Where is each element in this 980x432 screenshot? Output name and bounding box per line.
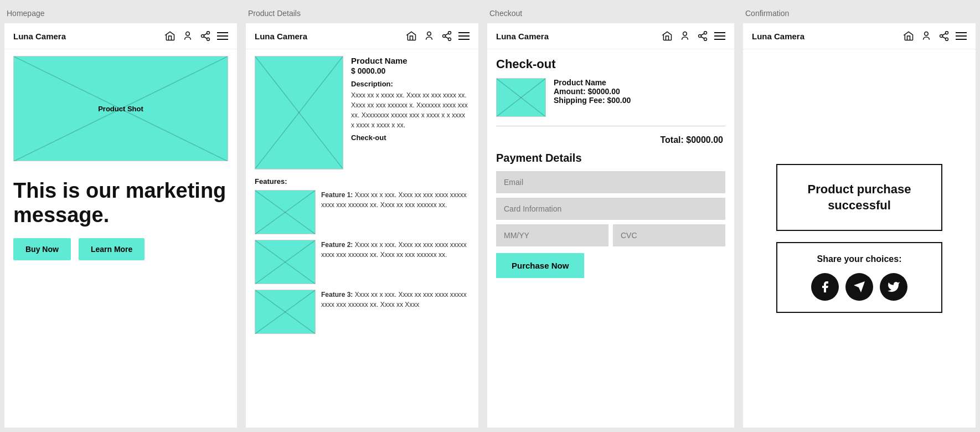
- payment-row: [496, 224, 725, 246]
- checkout-link[interactable]: Check-out: [351, 133, 470, 142]
- feature-item-1: Feature 1: Xxxx xx x xxx. Xxxx xx xxx xx…: [255, 190, 470, 234]
- checkout-label: Checkout: [487, 9, 734, 18]
- hamburger-icon[interactable]: [217, 32, 228, 40]
- home-icon-4[interactable]: [902, 30, 915, 42]
- svg-line-5: [204, 33, 207, 35]
- hamburger-icon-2[interactable]: [458, 32, 470, 40]
- confirmation-content: Product purchase successful Share your c…: [743, 49, 976, 428]
- facebook-icon: [818, 280, 832, 294]
- user-icon-2[interactable]: [423, 30, 435, 42]
- share-icon[interactable]: [199, 30, 212, 42]
- features-section: Features: Feature 1: Xxxx xx x xxx. Xxxx…: [255, 177, 470, 340]
- checkout-nav-icons: [661, 30, 725, 42]
- confirmation-wrapper: Confirmation Luna Camera: [739, 0, 980, 432]
- confirmation-nav: Luna Camera: [743, 23, 976, 49]
- facebook-share-button[interactable]: [811, 273, 839, 301]
- checkout-product-row: Product Name Amount: $0000.00 Shipping F…: [496, 78, 725, 117]
- telegram-share-button[interactable]: [845, 273, 873, 301]
- svg-line-12: [445, 37, 448, 38]
- cvc-field[interactable]: [613, 224, 725, 246]
- checkout-product-image: [496, 78, 546, 117]
- hamburger-icon-3[interactable]: [714, 32, 725, 40]
- product-main-image: [255, 56, 343, 169]
- product-logo: Luna Camera: [255, 32, 307, 41]
- payment-form: Purchase Now: [496, 171, 725, 278]
- success-box: Product purchase successful: [776, 164, 942, 231]
- purchase-now-button[interactable]: Purchase Now: [496, 253, 584, 278]
- share-icon-2[interactable]: [441, 30, 453, 42]
- checkout-content: Check-out Product Name Amount: $0000.00 …: [487, 49, 734, 428]
- svg-point-30: [925, 32, 929, 36]
- feature-text-3: Feature 3: Xxxx xx x xxx. Xxxx xx xxx xx…: [321, 290, 470, 334]
- home-icon[interactable]: [164, 30, 176, 42]
- confirmation-nav-icons: [902, 30, 967, 42]
- checkout-product-name: Product Name: [554, 78, 725, 87]
- svg-point-33: [946, 38, 948, 40]
- home-icon-2[interactable]: [405, 30, 417, 42]
- feature-label-2: Feature 2:: [321, 241, 353, 249]
- checkout-nav: Luna Camera: [487, 23, 734, 49]
- checkout-title: Check-out: [496, 57, 725, 71]
- homepage-nav-icons: [164, 30, 228, 42]
- card-info-field[interactable]: [496, 198, 725, 220]
- twitter-share-button[interactable]: [880, 273, 907, 301]
- confirmation-screen: Luna Camera Product purchase successful: [743, 23, 976, 428]
- home-icon-3[interactable]: [661, 30, 673, 42]
- product-details-screen: Luna Camera: [246, 23, 478, 428]
- checkout-total: Total: $0000.00: [496, 135, 725, 145]
- user-icon-3[interactable]: [679, 30, 691, 42]
- product-main-diagonal: [255, 56, 343, 168]
- svg-point-9: [448, 32, 451, 34]
- user-icon-4[interactable]: [920, 30, 932, 42]
- svg-point-11: [448, 38, 451, 40]
- twitter-icon: [887, 280, 900, 294]
- buy-now-button[interactable]: Buy Now: [13, 238, 71, 260]
- svg-point-25: [704, 38, 707, 40]
- success-text: Product purchase successful: [800, 182, 919, 213]
- telegram-icon: [853, 280, 866, 294]
- homepage-buttons: Buy Now Learn More: [4, 238, 237, 271]
- product-desc-text: Xxxx xx x xxxx xx. Xxxx xx xxx xxxx xx. …: [351, 90, 470, 130]
- svg-line-34: [942, 37, 946, 38]
- product-price: $ 0000.00: [351, 66, 470, 75]
- features-label: Features:: [255, 177, 470, 186]
- product-details-content: Product Name $ 0000.00 Description: Xxxx…: [246, 49, 478, 428]
- checkout-screen: Luna Camera Check-out: [487, 23, 734, 428]
- user-icon[interactable]: [182, 30, 194, 42]
- svg-line-13: [445, 33, 448, 35]
- svg-point-10: [443, 35, 446, 38]
- mmyy-field[interactable]: [496, 224, 608, 246]
- svg-point-3: [207, 38, 210, 40]
- homepage-content: Product Shot This is our marketing messa…: [4, 49, 237, 428]
- homepage-label: Homepage: [4, 9, 237, 18]
- hero-image: Product Shot: [13, 56, 228, 161]
- svg-point-23: [704, 32, 707, 34]
- checkout-divider: [496, 126, 725, 126]
- feature-label-1: Feature 1:: [321, 191, 353, 199]
- checkout-logo: Luna Camera: [496, 32, 549, 41]
- payment-details-title: Payment Details: [496, 152, 725, 164]
- share-icon-3[interactable]: [697, 30, 709, 42]
- email-field[interactable]: [496, 171, 725, 193]
- hero-image-label: Product Shot: [98, 105, 143, 113]
- marketing-message: This is our marketing message.: [4, 168, 237, 238]
- confirmation-logo: Luna Camera: [752, 32, 804, 41]
- confirmation-label: Confirmation: [743, 9, 976, 18]
- share-title: Share your choices:: [794, 254, 925, 264]
- svg-line-26: [701, 37, 704, 38]
- homepage-logo: Luna Camera: [13, 32, 66, 41]
- product-nav-icons: [405, 30, 470, 42]
- hamburger-icon-4[interactable]: [956, 32, 967, 40]
- feature-text-2: Feature 2: Xxxx xx x xxx. Xxxx xx xxx xx…: [321, 240, 470, 284]
- svg-point-24: [699, 35, 702, 38]
- share-icon-4[interactable]: [938, 30, 950, 42]
- homepage-wrapper: Homepage Luna Camera: [0, 0, 241, 432]
- svg-point-0: [186, 32, 190, 36]
- svg-point-1: [207, 32, 210, 34]
- svg-line-4: [204, 37, 207, 38]
- share-icons-row: [794, 273, 925, 301]
- svg-point-31: [946, 32, 948, 34]
- checkout-shipping: Shipping Fee: $00.00: [554, 96, 725, 105]
- learn-more-button[interactable]: Learn More: [79, 238, 145, 260]
- feature-item-2: Feature 2: Xxxx xx x xxx. Xxxx xx xxx xx…: [255, 240, 470, 284]
